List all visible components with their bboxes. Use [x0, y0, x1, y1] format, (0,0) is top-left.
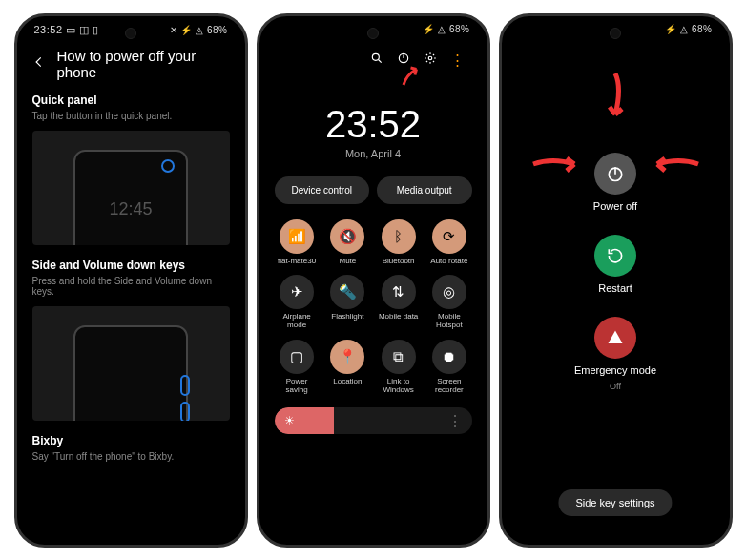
phone-power-menu: ⚡ ◬ 68% Power off Restart Emergency mode… — [499, 13, 733, 548]
panel-clock-time: 23:52 — [275, 103, 472, 146]
power-off-button[interactable]: Power off — [593, 153, 637, 212]
qs-tile-label: Flashlight — [331, 313, 363, 321]
power-off-icon — [594, 153, 636, 195]
page-header: How to power off your phone — [32, 48, 230, 80]
camera-notch — [367, 28, 379, 39]
svg-point-2 — [428, 56, 432, 60]
qs-tile-label: Bluetooth — [383, 258, 415, 266]
section-side-keys-title: Side and Volume down keys — [32, 259, 230, 272]
restart-icon — [594, 235, 636, 277]
qs-tile-mute[interactable]: 🔇Mute — [325, 219, 370, 266]
qs-tile-label: Link to Windows — [376, 378, 421, 395]
plane-icon: ✈ — [280, 275, 314, 309]
status-left-icons: ▭ ◫ ▯ — [66, 24, 99, 36]
qs-tile-label: flat-mate30 — [278, 258, 316, 266]
illustration-side-keys — [32, 306, 230, 421]
brightness-slider[interactable]: ☀ ⋮ — [275, 407, 472, 434]
illus-key-highlights — [180, 375, 190, 421]
qs-tile-loc[interactable]: 📍Location — [325, 340, 370, 395]
restart-button[interactable]: Restart — [594, 235, 636, 294]
flash-icon: 🔦 — [330, 275, 364, 309]
section-quick-panel-sub: Tap the button in the quick panel. — [32, 111, 230, 121]
camera-notch — [610, 28, 621, 39]
section-bixby-title: Bixby — [32, 434, 230, 447]
restart-label: Restart — [598, 282, 632, 294]
hotspot-icon: ◎ — [432, 275, 466, 309]
bt-icon: ᛒ — [382, 219, 416, 254]
qs-tile-link[interactable]: ⧉Link to Windows — [376, 340, 421, 395]
qs-tile-label: Screen recorder — [426, 378, 471, 395]
qs-tile-label: Mobile Hotspot — [426, 313, 471, 330]
red-arrow-power-icon — [398, 62, 426, 91]
qs-tile-data[interactable]: ⇅Mobile data — [376, 275, 421, 330]
qs-tile-wifi[interactable]: 📶flat-mate30 — [275, 219, 320, 266]
search-icon[interactable] — [370, 52, 383, 69]
qs-tile-rotate[interactable]: ⟳Auto rotate — [426, 219, 471, 266]
section-bixby-sub: Say "Turn off the phone" to Bixby. — [32, 451, 230, 462]
wifi-icon: 📶 — [280, 219, 314, 254]
qs-tile-label: Airplane mode — [275, 313, 320, 330]
brightness-more-icon[interactable]: ⋮ — [447, 412, 472, 430]
qs-tile-plane[interactable]: ✈Airplane mode — [275, 275, 320, 330]
illustration-quick-panel: 12:45 — [32, 131, 230, 245]
side-key-settings-button[interactable]: Side key settings — [558, 489, 672, 516]
emergency-sub: Off — [610, 382, 621, 391]
red-arrow-right — [646, 150, 703, 178]
brightness-fill: ☀ — [275, 407, 334, 434]
rec-icon: ⏺ — [432, 340, 466, 374]
red-arrow-top — [601, 69, 630, 126]
status-right-icons: ⚡ ◬ 68% — [665, 24, 712, 34]
emergency-label: Emergency mode — [574, 364, 656, 376]
section-quick-panel-title: Quick panel — [32, 93, 230, 107]
quick-settings-grid: 📶flat-mate30🔇MuteᛒBluetooth⟳Auto rotate✈… — [275, 219, 472, 395]
more-icon[interactable]: ⋮ — [450, 52, 465, 69]
mute-icon: 🔇 — [330, 219, 364, 254]
illus-clock: 12:45 — [75, 199, 186, 219]
section-side-keys-sub: Press and hold the Side and Volume down … — [32, 276, 230, 297]
red-arrow-left — [528, 150, 586, 178]
page-title: How to power off your phone — [57, 48, 230, 80]
qs-tile-leaf[interactable]: ▢Power saving — [275, 340, 320, 395]
qs-tile-label: Location — [333, 378, 362, 386]
qs-tile-label: Power saving — [275, 378, 320, 395]
link-icon: ⧉ — [382, 340, 416, 374]
status-right-icons: ✕ ⚡ ◬ 68% — [170, 24, 228, 36]
back-icon[interactable] — [32, 55, 46, 72]
qs-tile-label: Mobile data — [379, 313, 418, 321]
svg-point-0 — [372, 53, 379, 60]
status-time: 23:52 — [34, 24, 63, 35]
phone-quick-panel: ⚡ ◬ 68% ⋮ 23:52 Mon, April 4 Device cont… — [257, 13, 490, 548]
qs-tile-label: Auto rotate — [430, 258, 467, 266]
status-right-icons: ⚡ ◬ 68% — [423, 24, 469, 34]
camera-notch — [125, 28, 136, 39]
qs-tile-label: Mute — [339, 258, 356, 266]
data-icon: ⇅ — [382, 275, 416, 309]
illus-power-highlight — [161, 159, 175, 173]
media-output-button[interactable]: Media output — [377, 176, 472, 204]
emergency-icon — [594, 317, 636, 359]
panel-clock-date: Mon, April 4 — [275, 148, 472, 159]
leaf-icon: ▢ — [280, 340, 314, 374]
loc-icon: 📍 — [330, 340, 364, 374]
phone-settings-help: 23:52▭ ◫ ▯ ✕ ⚡ ◬ 68% How to power off yo… — [14, 13, 248, 548]
device-control-button[interactable]: Device control — [275, 176, 370, 204]
qs-tile-hotspot[interactable]: ◎Mobile Hotspot — [426, 275, 471, 330]
power-off-label: Power off — [593, 200, 637, 212]
emergency-mode-button[interactable]: Emergency mode Off — [574, 317, 656, 391]
qs-tile-bt[interactable]: ᛒBluetooth — [376, 219, 421, 266]
rotate-icon: ⟳ — [432, 219, 466, 254]
qs-tile-flash[interactable]: 🔦Flashlight — [325, 275, 370, 330]
qs-tile-rec[interactable]: ⏺Screen recorder — [426, 340, 471, 395]
